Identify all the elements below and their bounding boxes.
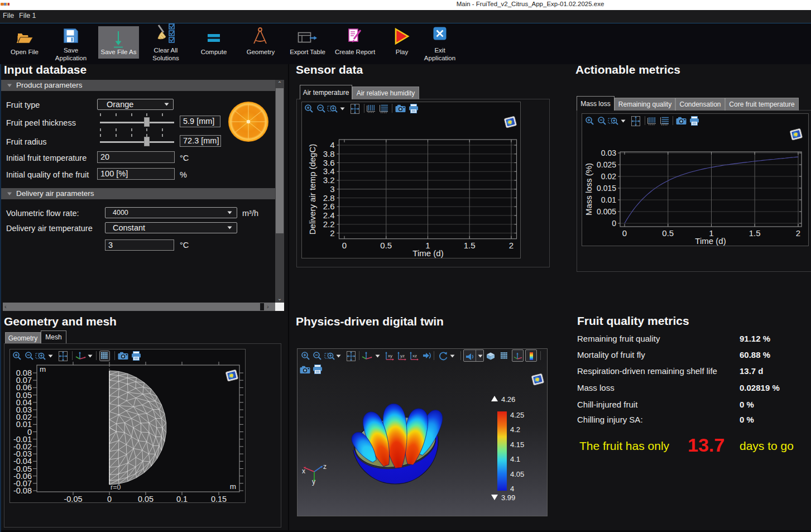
svg-text:2: 2 [330,228,334,238]
svg-text:Time (d): Time (d) [695,236,726,246]
svg-text:0: 0 [622,228,627,238]
svg-text:0.01: 0.01 [601,195,616,204]
svg-text:0.03: 0.03 [601,148,616,157]
svg-text:4.26: 4.26 [501,395,515,404]
svg-text:z: z [323,463,327,471]
svg-text:3.4: 3.4 [323,166,335,176]
svg-text:0.015: 0.015 [597,184,616,193]
svg-text:3: 3 [330,184,334,194]
svg-text:2.2: 2.2 [323,219,335,229]
svg-text:2.4: 2.4 [323,210,335,220]
svg-text:0.05: 0.05 [138,495,153,502]
svg-text:0.025: 0.025 [597,160,616,169]
svg-text:0.02: 0.02 [601,172,616,181]
svg-text:-0.05: -0.05 [64,495,82,502]
svg-text:m: m [230,482,236,491]
svg-text:0: 0 [107,495,112,502]
svg-text:Delivery air temp (degC): Delivery air temp (degC) [308,144,317,235]
svg-text:1.5: 1.5 [749,228,761,238]
svg-text:y: y [312,478,315,486]
svg-text:3.8: 3.8 [323,149,335,159]
svg-text:-0.08: -0.08 [13,486,32,495]
svg-text:0.5: 0.5 [380,241,392,250]
svg-text:r=0: r=0 [111,483,121,491]
svg-text:Time (d): Time (d) [412,248,443,258]
svg-text:3.99: 3.99 [501,493,515,502]
svg-text:0.15: 0.15 [211,495,227,502]
svg-text:Mass loss (%): Mass loss (%) [584,163,593,215]
svg-text:0.1: 0.1 [176,495,188,502]
svg-text:m: m [40,365,46,373]
svg-text:2.8: 2.8 [323,193,335,203]
svg-text:2: 2 [509,241,514,250]
svg-text:0.5: 0.5 [662,228,674,238]
svg-text:3.6: 3.6 [323,158,335,167]
svg-text:0: 0 [612,219,616,228]
svg-text:3.2: 3.2 [323,175,335,185]
svg-text:2.6: 2.6 [323,202,335,211]
svg-text:0: 0 [342,241,347,250]
svg-text:1.5: 1.5 [464,241,476,250]
svg-text:x: x [302,467,305,475]
svg-text:2: 2 [796,228,800,238]
svg-text:0.005: 0.005 [597,207,616,216]
svg-text:4: 4 [330,140,334,150]
